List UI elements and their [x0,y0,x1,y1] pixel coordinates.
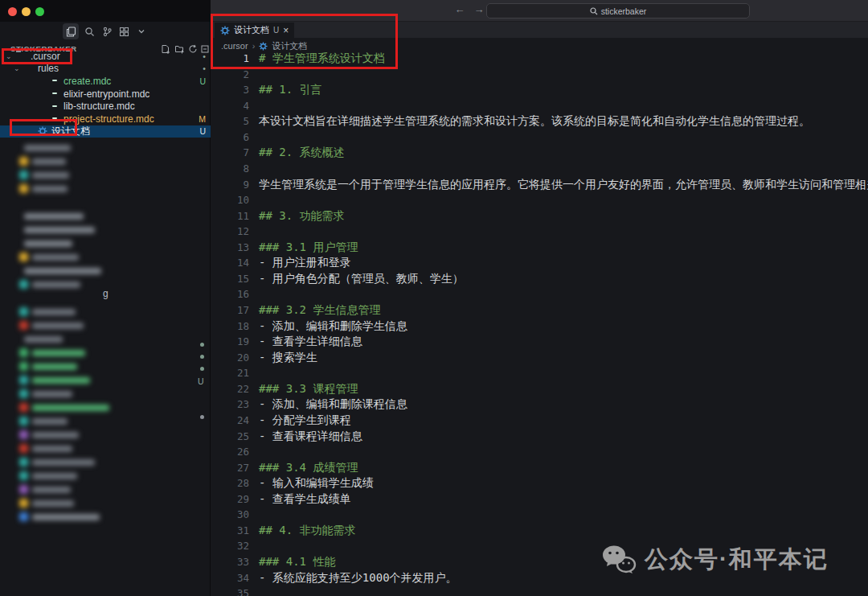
code-line[interactable]: 21 [211,365,868,381]
line-text: - 搜索学生 [259,350,317,366]
line-number: 22 [211,381,249,397]
blurred-list-item [0,414,193,428]
code-line[interactable]: 22### 3.3 课程管理 [211,381,868,397]
code-line[interactable]: 20- 搜索学生 [211,350,868,366]
line-number: 16 [211,286,249,302]
line-number: 17 [211,302,249,319]
close-window-button[interactable] [8,7,17,16]
code-line[interactable]: 26 [211,444,868,460]
code-line[interactable]: 19- 查看学生详细信息 [211,334,868,350]
line-number: 7 [211,145,249,161]
chevron-down-icon[interactable] [133,23,149,39]
nav-back-button[interactable]: ← [452,3,467,15]
nav-forward-button[interactable]: → [472,3,486,15]
line-number: 1 [211,51,249,67]
blurred-list-item [0,277,193,291]
folder-icon [24,64,35,73]
chevron-expand-icon[interactable]: ⌄ [14,64,20,72]
source-control-icon[interactable] [99,23,115,39]
chevron-expand-icon[interactable]: ⌄ [6,52,12,60]
code-line[interactable]: 10 [211,192,868,208]
explorer-icon[interactable] [63,23,79,39]
blurred-list-item [0,209,193,223]
tree-item-label: elixir-entrypoint.mdc [63,88,149,100]
line-text: - 系统应能支持至少1000个并发用户。 [259,570,457,586]
code-line[interactable]: 31## 4. 非功能需求 [211,523,868,539]
tab-design-doc[interactable]: 设计文档 U × [215,23,294,38]
blurred-list-item [0,510,193,524]
tree-item-elixir-entrypoint.mdc[interactable]: elixir-entrypoint.mdc [0,88,211,101]
blurred-list-item [0,305,193,319]
tree-item-rules[interactable]: ⌄rules• [0,63,211,76]
code-line[interactable]: 13### 3.1 用户管理 [211,240,868,256]
code-area[interactable]: 1# 学生管理系统设计文档23## 1. 引言45本设计文档旨在详细描述学生管理… [211,51,868,596]
line-number: 8 [211,161,249,177]
code-line[interactable]: 3## 1. 引言 [211,82,868,98]
code-line[interactable]: 16 [211,286,868,302]
code-line[interactable]: 8 [211,161,868,177]
tree-item-label: lib-structure.mdc [63,101,135,112]
line-number: 15 [211,271,249,287]
git-status-dot [200,415,204,419]
code-line[interactable]: 4 [211,98,868,114]
blurred-list-item [0,182,193,195]
search-sidebar-icon[interactable] [81,23,97,39]
code-line[interactable]: 27### 3.4 成绩管理 [211,460,868,476]
minimize-window-button[interactable] [22,7,31,16]
line-number: 19 [211,334,249,350]
code-line[interactable]: 5本设计文档旨在详细描述学生管理系统的需求和设计方案。该系统的目标是简化和自动化… [211,113,868,129]
line-number: 24 [211,413,249,429]
code-line[interactable]: 1# 学生管理系统设计文档 [211,51,868,67]
code-line[interactable]: 9学生管理系统是一个用于管理学生信息的应用程序。它将提供一个用户友好的界面，允许… [211,177,868,193]
line-number: 18 [211,319,249,335]
mdc-file-icon [50,114,61,124]
blurred-list-item [0,141,193,154]
line-text: ## 1. 引言 [259,82,322,98]
code-line[interactable]: 14- 用户注册和登录 [211,255,868,271]
git-status-badge: U [199,126,206,136]
line-text: ### 3.1 用户管理 [259,240,358,256]
wechat-icon [601,545,637,575]
line-text: - 查看学生详细信息 [259,334,362,350]
extensions-icon[interactable] [116,23,132,39]
line-text: - 用户注册和登录 [259,255,351,271]
code-line[interactable]: 12 [211,224,868,240]
code-line[interactable]: 29- 查看学生成绩单 [211,491,868,508]
tree-item-project-structure.mdc[interactable]: project-structure.mdcM [0,113,211,125]
code-line[interactable]: 24- 分配学生到课程 [211,413,868,429]
code-line[interactable]: 6 [211,129,868,146]
blurred-list-item [0,154,193,168]
code-line[interactable]: 15- 用户角色分配（管理员、教师、学生） [211,271,868,287]
code-line[interactable]: 30 [211,507,868,523]
tab-label: 设计文档 [234,24,269,36]
zoom-window-button[interactable] [35,7,44,16]
code-line[interactable]: 23- 添加、编辑和删除课程信息 [211,397,868,413]
line-text: ### 3.2 学生信息管理 [259,302,380,319]
line-number: 33 [211,554,249,570]
code-line[interactable]: 17### 3.2 学生信息管理 [211,302,868,319]
tree-item-lib-structure.mdc[interactable]: lib-structure.mdc [0,100,211,113]
code-line[interactable]: 28- 输入和编辑学生成绩 [211,475,868,491]
tab-close-icon[interactable]: × [283,26,289,35]
line-text: - 添加、编辑和删除学生信息 [259,319,407,335]
code-line[interactable]: 2 [211,67,868,83]
code-line[interactable]: 25- 查看课程详细信息 [211,429,868,445]
search-text: stickerbaker [601,6,647,16]
tree-item-设计文档[interactable]: 设计文档U [0,125,211,138]
gear-icon [259,42,268,51]
command-center-search[interactable]: stickerbaker [486,3,750,18]
line-text: 本设计文档旨在详细描述学生管理系统的需求和设计方案。该系统的目标是简化和自动化学… [259,113,810,129]
code-line[interactable]: 18- 添加、编辑和删除学生信息 [211,319,868,335]
tree-item-.cursor[interactable]: ⌄.cursor• [0,50,211,63]
breadcrumb-root[interactable]: .cursor [221,41,248,51]
blurred-list-item [0,469,193,483]
git-status-badge: M [199,114,206,124]
blurred-list-item [0,168,193,182]
code-line[interactable]: 35 [211,586,868,596]
line-number: 14 [211,255,249,271]
tree-item-create.mdc[interactable]: create.mdcU [0,75,211,88]
code-line[interactable]: 11## 3. 功能需求 [211,208,868,224]
git-status-badge: • [203,51,206,61]
git-status-dot [200,355,204,359]
code-line[interactable]: 7## 2. 系统概述 [211,145,868,161]
